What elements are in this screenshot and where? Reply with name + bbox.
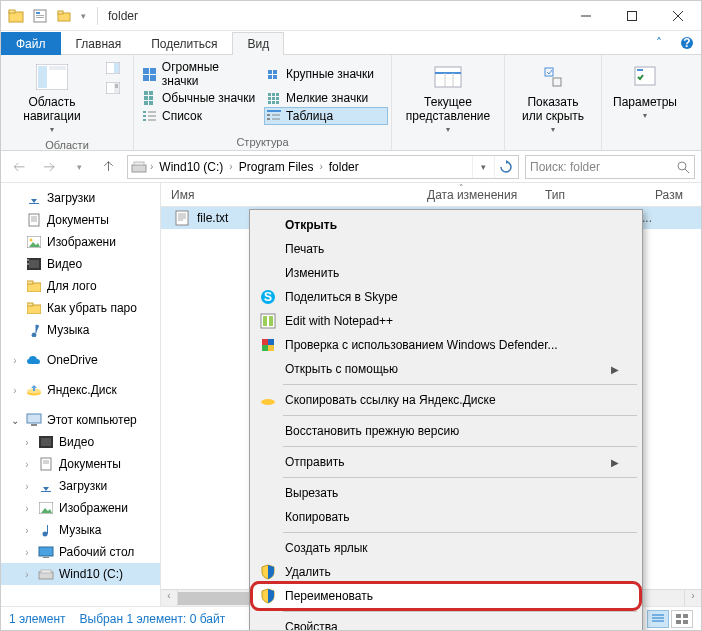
minimize-button[interactable] [563,1,609,31]
tree-downloads2[interactable]: ›Загрузки [1,475,160,497]
current-view-button[interactable]: Текущее представление▾ [398,59,498,137]
svg-rect-104 [683,620,688,624]
options-icon [629,61,661,93]
layout-normal-icons[interactable]: Обычные значки [140,89,264,107]
col-type[interactable]: Тип [545,188,565,202]
back-button[interactable]: 🡠 [7,155,31,179]
ctx-properties[interactable]: Свойства [253,615,639,631]
preview-pane-button[interactable] [103,59,127,77]
tab-share[interactable]: Поделиться [136,32,232,55]
col-date[interactable]: Дата изменения [427,188,517,202]
ctx-yadisk[interactable]: Скопировать ссылку на Яндекс.Диске [253,388,639,412]
chevron-right-icon[interactable]: › [148,161,155,172]
svg-rect-15 [38,66,47,88]
help-icon[interactable]: ? [673,31,701,54]
ribbon-group-layout: Огромные значки Крупные значки Обычные з… [134,55,392,150]
tree-pictures2[interactable]: ›Изображени [1,497,160,519]
tree-yandexdisk[interactable]: ›Яндекс.Диск [1,379,160,401]
qat-properties-icon[interactable] [29,5,51,27]
folder-icon [5,5,27,27]
col-size[interactable]: Разм [655,188,683,202]
tree-documents2[interactable]: ›Документы [1,453,160,475]
ctx-print[interactable]: Печать [253,237,639,261]
download-icon [37,477,55,495]
tab-file[interactable]: Файл [1,32,61,55]
tree-thispc[interactable]: ⌄Этот компьютер [1,409,160,431]
svg-rect-80 [43,557,49,558]
tree-onedrive[interactable]: ›OneDrive [1,349,160,371]
address-bar: 🡠 🡢 ▾ 🡡 › Wind10 (C:) › Program Files › … [1,151,701,183]
ctx-cut[interactable]: Вырезать [253,481,639,505]
tree-video2[interactable]: ›Видео [1,431,160,453]
tab-home[interactable]: Главная [61,32,137,55]
col-name[interactable]: Имя [171,188,194,202]
svg-rect-7 [58,11,63,14]
details-view-button[interactable] [647,610,669,628]
options-button[interactable]: Параметры ▾ [608,59,682,123]
tree-documents[interactable]: Документы [1,209,160,231]
ctx-restore[interactable]: Восстановить прежную версию [253,419,639,443]
maximize-button[interactable] [609,1,655,31]
ctx-rename[interactable]: Переименовать [253,584,639,608]
tree-drive-c[interactable]: ›Wind10 (C:) [1,563,160,585]
ctx-edit[interactable]: Изменить [253,261,639,285]
layout-details[interactable]: Таблица [264,107,388,125]
show-hide-button[interactable]: Показать или скрыть▾ [511,59,595,137]
thumbnails-view-button[interactable] [671,610,693,628]
breadcrumb-drive[interactable]: Wind10 (C:) [155,160,227,174]
details-pane-button[interactable] [103,79,127,97]
layout-large-icons[interactable]: Крупные значки [264,59,388,89]
qat-newfolder-icon[interactable] [53,5,75,27]
column-headers[interactable]: ˄ Имя Дата изменения Тип Разм [161,183,701,207]
ctx-skype[interactable]: SПоделиться в Skype [253,285,639,309]
window-title: folder [108,9,138,23]
tree-music[interactable]: Музыка [1,319,160,341]
ctx-sendto[interactable]: Отправить▶ [253,450,639,474]
breadcrumb[interactable]: › Wind10 (C:) › Program Files › folder ▾ [127,155,519,179]
search-box[interactable]: Поиск: folder [525,155,695,179]
ctx-copy[interactable]: Копировать [253,505,639,529]
tree-howto[interactable]: Как убрать паро [1,297,160,319]
tree-forlogo[interactable]: Для лого [1,275,160,297]
close-button[interactable] [655,1,701,31]
separator [283,384,637,385]
preview-pane-icon [105,60,121,76]
up-button[interactable]: 🡡 [97,155,121,179]
layout-huge-icons[interactable]: Огромные значки [140,59,264,89]
forward-button[interactable]: 🡢 [37,155,61,179]
ctx-notepad[interactable]: Edit with Notepad++ [253,309,639,333]
scroll-right-icon[interactable]: › [684,590,701,606]
video-icon [25,255,43,273]
svg-rect-78 [47,525,48,534]
tab-view[interactable]: Вид [232,32,284,55]
ctx-defender[interactable]: Проверка с использованием Windows Defend… [253,333,639,357]
layout-list[interactable]: Список [140,107,264,125]
scroll-left-icon[interactable]: ‹ [161,590,178,606]
ctx-shortcut[interactable]: Создать ярлык [253,536,639,560]
ctx-openwith[interactable]: Открыть с помощью▶ [253,357,639,381]
tree-music2[interactable]: ›Музыка [1,519,160,541]
tree-downloads[interactable]: Загрузки [1,187,160,209]
qat-dropdown-icon[interactable]: ▾ [77,5,89,27]
navigation-pane-button[interactable]: Область навигации ▾ [7,59,97,137]
medium-icons-icon [142,90,158,106]
layout-small-icons[interactable]: Мелкие значки [264,89,388,107]
ctx-open[interactable]: Открыть [253,213,639,237]
navigation-tree[interactable]: Загрузки Документы Изображени Видео Для … [1,183,161,606]
tree-video[interactable]: Видео [1,253,160,275]
svg-rect-18 [114,63,119,73]
tree-pictures[interactable]: Изображени [1,231,160,253]
breadcrumb-folder[interactable]: folder [325,160,363,174]
context-menu: Открыть Печать Изменить SПоделиться в Sk… [249,209,643,631]
ribbon-collapse-icon[interactable]: ˄ [645,31,673,54]
ctx-delete[interactable]: Удалить [253,560,639,584]
tree-desktop[interactable]: ›Рабочий стол [1,541,160,563]
ribbon-group-options: Параметры ▾ [602,55,688,150]
chevron-right-icon[interactable]: › [317,161,324,172]
chevron-right-icon[interactable]: › [227,161,234,172]
recent-locations-button[interactable]: ▾ [67,155,91,179]
ribbon-group-panes: Область навигации ▾ Области [1,55,134,150]
breadcrumb-program-files[interactable]: Program Files [235,160,318,174]
address-dropdown-icon[interactable]: ▾ [472,156,494,178]
refresh-icon[interactable] [494,156,516,178]
